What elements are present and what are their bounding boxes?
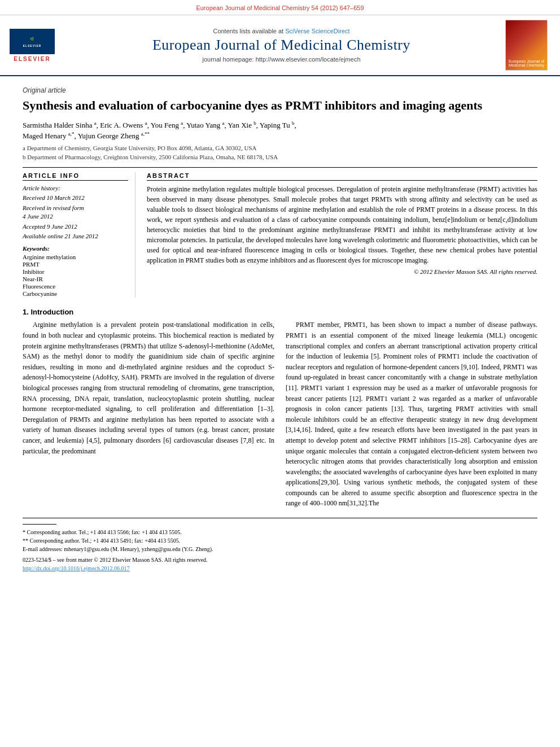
journal-title-section: Contents lists available at SciVerse Sci… bbox=[63, 20, 500, 71]
footnote-doi[interactable]: http://dx.doi.org/10.1016/j.ejmech.2012.… bbox=[23, 564, 537, 573]
footnote-star1: * Corresponding author. Tel.; +1 404 413… bbox=[23, 528, 537, 536]
abstract-header: ABSTRACT bbox=[147, 172, 537, 181]
journal-thumbnail: European Journal ofMedicinal Chemistry bbox=[505, 20, 548, 71]
homepage-line: journal homepage: http://www.elsevier.co… bbox=[202, 56, 360, 63]
journal-thumbnail-section: European Journal ofMedicinal Chemistry bbox=[505, 20, 553, 71]
footnote-issn: 0223-5234/$ – see front matter © 2012 El… bbox=[23, 556, 537, 564]
keyword-6: Carbocyanine bbox=[23, 290, 128, 297]
keyword-5: Fluorescence bbox=[23, 283, 128, 290]
keywords-title: Keywords: bbox=[23, 245, 128, 252]
keywords-section: Keywords: Arginine methylation PRMT Inhi… bbox=[23, 245, 128, 297]
svg-rect-0 bbox=[12, 30, 52, 53]
intro-title: 1. Introduction bbox=[23, 308, 537, 316]
footnote-section: * Corresponding author. Tel.; +1 404 413… bbox=[23, 518, 537, 573]
affiliation-a: a Department of Chemistry, Georgia State… bbox=[23, 144, 537, 152]
sciverse-line: Contents lists available at SciVerse Sci… bbox=[213, 28, 349, 34]
article-history-section: Article history: Received 10 March 2012 … bbox=[23, 184, 128, 241]
accepted-date: Accepted 9 June 2012 bbox=[23, 222, 128, 231]
svg-text:ELSEVIER: ELSEVIER bbox=[23, 44, 42, 47]
footnote-star2: ** Corresponding author. Tel.; +1 404 41… bbox=[23, 536, 537, 545]
journal-header: 🌿 ELSEVIER ELSEVIER Contents lists avail… bbox=[0, 15, 560, 76]
article-title: Synthesis and evaluation of carbocyanine… bbox=[23, 98, 537, 114]
copyright-line: © 2012 Elsevier Masson SAS. All rights r… bbox=[147, 268, 537, 275]
intro-body-columns: Arginine methylation is a prevalent prot… bbox=[23, 320, 537, 509]
article-info-header: ARTICLE INFO bbox=[23, 172, 128, 181]
article-info-column: ARTICLE INFO Article history: Received 1… bbox=[23, 172, 135, 298]
affiliations: a Department of Chemistry, Georgia State… bbox=[23, 144, 537, 161]
keyword-1: Arginine methylation bbox=[23, 254, 128, 260]
journal-title: European Journal of Medicinal Chemistry bbox=[152, 37, 410, 54]
intro-text-left: Arginine methylation is a prevalent prot… bbox=[23, 320, 274, 456]
top-bar: European Journal of Medicinal Chemistry … bbox=[0, 0, 560, 15]
svg-text:🌿: 🌿 bbox=[30, 37, 34, 41]
intro-col-right: PRMT member, PRMT1, has been shown to im… bbox=[286, 320, 537, 509]
article-type: Original article bbox=[23, 86, 537, 94]
abstract-column: ABSTRACT Protein arginine methylation re… bbox=[147, 172, 537, 298]
footnote-divider bbox=[23, 524, 56, 525]
available-date: Available online 21 June 2012 bbox=[23, 232, 128, 241]
introduction-section: 1. Introduction Arginine methylation is … bbox=[23, 308, 537, 509]
footnote-emails: E-mail addresses: mhenary1@gsu.edu (M. H… bbox=[23, 545, 537, 553]
main-content: Original article Synthesis and evaluatio… bbox=[0, 76, 560, 584]
authors-line: Sarmistha Halder Sinha a, Eric A. Owens … bbox=[23, 120, 537, 142]
elsevier-branding: 🌿 ELSEVIER ELSEVIER bbox=[7, 20, 58, 71]
elsevier-logo-box: 🌿 ELSEVIER bbox=[10, 29, 55, 54]
journal-citation: European Journal of Medicinal Chemistry … bbox=[196, 5, 364, 11]
thumb-label: European Journal ofMedicinal Chemistry bbox=[509, 59, 544, 67]
abstract-text: Protein arginine methylation regulates m… bbox=[147, 184, 537, 265]
elsevier-label: ELSEVIER bbox=[14, 56, 50, 62]
keyword-4: Near-IR bbox=[23, 276, 128, 282]
article-info-abstract-section: ARTICLE INFO Article history: Received 1… bbox=[23, 167, 537, 298]
history-label: Article history: bbox=[23, 184, 128, 193]
received-date: Received 10 March 2012 bbox=[23, 194, 128, 202]
keyword-3: Inhibitor bbox=[23, 268, 128, 275]
intro-text-right: PRMT member, PRMT1, has been shown to im… bbox=[286, 320, 537, 509]
keyword-2: PRMT bbox=[23, 261, 128, 268]
intro-col-left: Arginine methylation is a prevalent prot… bbox=[23, 320, 274, 509]
revised-date: Received in revised form4 June 2012 bbox=[23, 204, 128, 221]
sciverse-link[interactable]: SciVerse ScienceDirect bbox=[285, 28, 349, 34]
affiliation-b: b Department of Pharmacology, Creighton … bbox=[23, 153, 537, 161]
